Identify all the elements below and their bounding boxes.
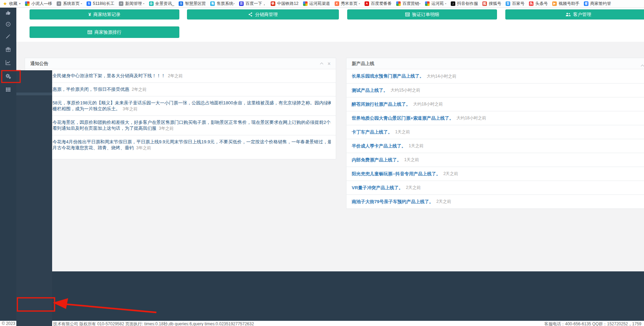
bookmark-item[interactable]: 狐 搜狐号 (482, 1, 501, 7)
product-link[interactable]: 醉苍洱旅行社票产品上线了。 (352, 101, 410, 108)
product-link[interactable]: 世界地质公园大青山景区门票+索道票产品上线了。 (352, 115, 454, 121)
bookmark-item[interactable]: 5 5118站长工 (87, 1, 114, 7)
button-label: 商家验票排行 (95, 29, 122, 35)
bookmark-label: 搜狐号 (489, 1, 501, 7)
sidebar-rail-item[interactable] (0, 71, 16, 82)
product-row: 卡丁车产品上线了。 1天之前 (347, 125, 644, 139)
table-grid-icon (6, 87, 11, 94)
bookmark-item[interactable]: S 智慧景区营 (179, 1, 206, 7)
sidebar-menu-item[interactable] (16, 101, 52, 104)
sidebar-menu-item[interactable] (16, 90, 52, 93)
sidebar-menu-item[interactable] (16, 79, 52, 81)
bookmark-item[interactable]: 百 百家号 (506, 1, 524, 7)
notice-link-line[interactable]: 惠票，半价票关闭，节假日不接受优惠2年之前 (52, 86, 331, 93)
notice-link-line[interactable]: 全民健身中心游泳馆下架，里各大分销商及时下线！！！2年之前 (52, 73, 331, 79)
bookmark-item[interactable]: 头 头条号 (529, 1, 548, 7)
table-icon (88, 30, 92, 34)
verify-order-detail-button[interactable]: 验证订单明细 (347, 9, 497, 19)
customer-management-button[interactable]: 客户管理 (505, 9, 644, 19)
notice-row[interactable]: 今花海景区，因原价和团购价相差很大，好多客户在景区售票门口购买电子票，影响景区正… (25, 116, 336, 135)
sidebar-rail-item[interactable] (0, 45, 16, 56)
sidebar-menu-item[interactable] (16, 84, 52, 87)
sidebar-menu-item[interactable] (16, 73, 52, 76)
sidebar-menu-item[interactable] (16, 120, 52, 123)
bookmark-item[interactable]: ▶ 视频号助手 (552, 1, 579, 7)
bookmark-item[interactable]: 签 商家签约管 (584, 1, 611, 7)
sidebar-rail-item[interactable] (0, 8, 16, 19)
bookmark-item[interactable]: 百度营销- (396, 1, 421, 7)
product-link[interactable]: 半价成人季卡产品上线了。 (352, 143, 406, 149)
bookmark-item[interactable]: ≡ 系统首页 - (57, 1, 82, 7)
sidebar-menu-item[interactable] (16, 132, 52, 134)
bookmark-item[interactable]: 售 售票系统- (210, 1, 235, 7)
sidebar-menu-item[interactable] (16, 123, 52, 126)
product-time: 2天之前 (436, 199, 451, 205)
notice-link-line[interactable]: 栅栏相围，成为一片独立的乐土。3年之前 (52, 106, 331, 112)
notice-row[interactable]: 今花海4月份推出平日票和周末节假日票，平日票上线9.9元周末节假日上线19.9元… (25, 135, 336, 154)
sidebar-menu-item[interactable] (16, 129, 52, 132)
distributor-management-button[interactable]: 分销商管理 (187, 9, 339, 19)
sidebar-menu-item[interactable] (16, 112, 52, 115)
sidebar-rail-item[interactable] (0, 19, 16, 30)
bookmark-item[interactable]: 运河苑渠道 (303, 1, 330, 7)
collapse-icon[interactable] (641, 62, 644, 68)
notice-link-line[interactable]: 看到通知后及时在页面加上这句话，为了提高我们服3年之前 (52, 125, 331, 132)
sidebar-rail-item[interactable] (0, 57, 16, 69)
sidebar-menu-item[interactable] (16, 93, 52, 95)
product-link[interactable]: VR量子冲突产品上线了。 (352, 185, 403, 191)
sidebar-menu-item[interactable] (16, 87, 52, 90)
merchant-ticket-check-rank-button[interactable]: 商家验票排行 (30, 26, 179, 38)
bookmark-item[interactable]: 铁 中国铁路12 (271, 1, 298, 7)
sidebar-menu-item[interactable] (16, 126, 52, 129)
notice-link-line[interactable]: 月古今花海邀您赏花、踏青、烧烤、垂钓3年之前 (52, 145, 331, 151)
sidebar-rail-item[interactable] (0, 85, 16, 96)
chart-line-icon (6, 60, 11, 66)
sidebar-menu-item[interactable] (16, 76, 52, 79)
notice-row[interactable]: 全民健身中心游泳馆下架，里各大分销商及时下线！！！2年之前 (25, 69, 336, 82)
sidebar-menu-item[interactable] (16, 106, 52, 109)
sidebar-menu-item[interactable] (16, 137, 52, 140)
button-label: 分销商管理 (255, 11, 278, 18)
sidebar-rail-item[interactable] (0, 31, 16, 42)
notice-row[interactable]: 58元，享原价198元的【顺义】未来亲子童话乐园一大一小门票一张，公园总占地面积… (25, 96, 336, 116)
sidebar-menu-item[interactable] (16, 81, 52, 84)
notice-link-line[interactable]: 今花海景区，因原价和团购价相差很大，好多客户在景区售票门口购买电子票，影响景区正… (52, 119, 331, 125)
bookmark-item[interactable]: 小泥人—移 (25, 1, 52, 7)
bookmark-item[interactable]: X 秀米首页 - (335, 1, 360, 7)
product-link[interactable]: 测试产品上线了。 (352, 87, 388, 94)
sidebar-menu-item[interactable] (16, 118, 52, 120)
product-link[interactable]: 卡丁车产品上线了。 (352, 129, 392, 135)
notice-list: 全民健身中心游泳馆下架，里各大分销商及时下线！！！2年之前 惠票，半价票关闭，节… (25, 69, 336, 154)
bookmark-item[interactable]: 全 全景资讯_ (149, 1, 174, 7)
sidebar-menu-item[interactable] (16, 95, 52, 98)
product-row: 南池子大街79号亲子车预约产品上线了。 2天之前 (347, 194, 644, 208)
bookmark-favicon (396, 1, 401, 6)
sidebar-menu-item[interactable] (16, 134, 52, 137)
sidebar-menu-item[interactable] (16, 115, 52, 118)
notice-link-line[interactable]: 58元，享原价198元的【顺义】未来亲子童话乐园一大一小门票一张，公园总占地面积… (52, 100, 331, 106)
notice-row[interactable]: 惠票，半价票关闭，节假日不接受优惠2年之前 (25, 82, 336, 96)
footer-copyright-text: 技术有限公司 版权所有 010-57029582 页面执行: times:0.1… (53, 321, 254, 326)
sidebar-menu-item[interactable] (16, 109, 52, 112)
sidebar-menu-item[interactable] (16, 104, 52, 106)
bookmark-item[interactable]: ★ 收藏 ▾ (3, 1, 21, 7)
bookmark-label: 商家签约管 (590, 1, 611, 7)
bookmark-item[interactable]: 百 百度一下， (239, 1, 266, 7)
collapse-icon[interactable] (320, 62, 324, 65)
bookmark-favicon: 百 (239, 1, 244, 6)
product-time: 2天之前 (406, 185, 421, 191)
merchant-settlement-records-button[interactable]: ¥ 商家结算记录 (30, 9, 179, 19)
bookmark-item[interactable]: A 百度爱番番 (365, 1, 392, 7)
bookmark-favicon: 全 (149, 1, 154, 6)
bookmark-favicon: A (365, 1, 369, 6)
bookmark-item[interactable]: 运河苑 - (425, 1, 446, 7)
product-link[interactable]: 南池子大街79号亲子车预约产品上线了。 (352, 199, 433, 205)
sidebar-menu-item[interactable] (16, 98, 52, 101)
close-icon[interactable]: × (328, 61, 331, 66)
product-link[interactable]: 内部免费票产品上线了。 (352, 157, 401, 163)
notice-link-line[interactable]: 今花海4月份推出平日票和周末节假日票，平日票上线9.9元周末节假日上线19.9元… (52, 139, 331, 145)
product-link[interactable]: 长果乐园戏水预售门票产品上线了。 (352, 73, 424, 79)
product-link[interactable]: 阳光兜兜儿童畅玩票--抖音专用产品上线了。 (352, 171, 441, 177)
bookmark-item[interactable]: ≡ 新闻管理 - (119, 1, 144, 7)
bookmark-item[interactable]: ♪ 抖音创作服 (451, 1, 478, 7)
